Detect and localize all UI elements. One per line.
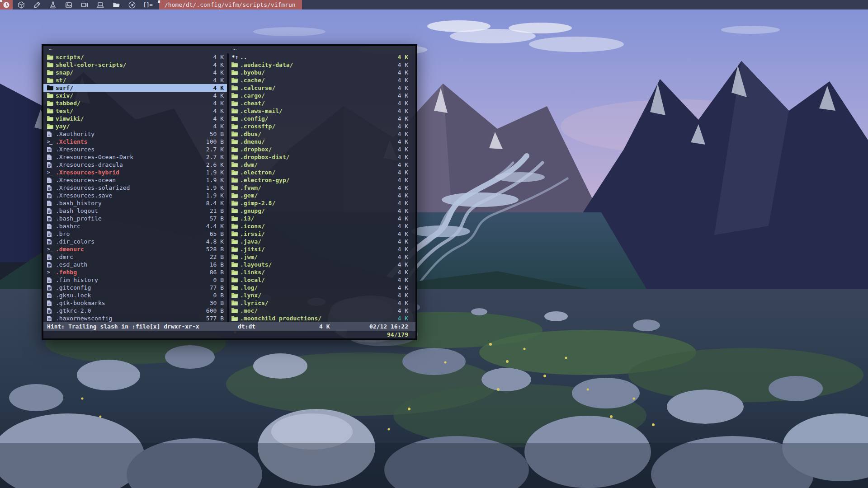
file-row[interactable]: >_ .fehbg 86 B <box>43 268 227 276</box>
file-row[interactable]: .i3/ 4 K <box>229 215 415 222</box>
file-row[interactable]: .gem/ 4 K <box>229 192 415 199</box>
file-row[interactable]: .fvwm/ 4 K <box>229 184 415 192</box>
file-row[interactable]: tabbed/ 4 K <box>43 99 227 107</box>
file-row[interactable]: .Xresources-Ocean-Dark 2.7 K <box>43 153 227 161</box>
file-size: 4 K <box>398 99 408 107</box>
file-row[interactable]: .cargo/ 4 K <box>229 92 415 99</box>
file-row[interactable]: .audacity-data/ 4 K <box>229 61 415 69</box>
file-row[interactable]: vimwiki/ 4 K <box>43 115 227 122</box>
file-row[interactable]: scripts/ 4 K <box>43 53 227 61</box>
file-row[interactable]: .calcurse/ 4 K <box>229 84 415 92</box>
file-row[interactable]: .dmrc 22 B <box>43 253 227 261</box>
image-icon[interactable] <box>65 1 72 9</box>
file-row[interactable]: .Xresources.save 1.9 K <box>43 192 227 199</box>
file-row[interactable]: .gimp-2.8/ 4 K <box>229 199 415 207</box>
file-row[interactable]: .bash_profile 57 B <box>43 215 227 222</box>
file-name: sxiv/ <box>56 92 73 99</box>
file-row[interactable]: .jitsi/ 4 K <box>229 245 415 253</box>
file-row[interactable]: .icons/ 4 K <box>229 222 415 230</box>
file-row[interactable]: .dbus/ 4 K <box>229 130 415 138</box>
clock-icon[interactable] <box>3 1 10 9</box>
file-row[interactable]: .crossftp/ 4 K <box>229 122 415 130</box>
file-row[interactable]: .irssi/ 4 K <box>229 230 415 238</box>
file-row[interactable]: .dmenu/ 4 K <box>229 138 415 145</box>
file-row[interactable]: >_ .Xclients 100 B <box>43 138 227 145</box>
file-row[interactable]: .log/ 4 K <box>229 284 415 291</box>
file-row[interactable]: st/ 4 K <box>43 76 227 84</box>
file-name: .crossftp/ <box>240 122 275 130</box>
file-row[interactable]: .cache/ 4 K <box>229 76 415 84</box>
file-row[interactable]: .Xresources 2.7 K <box>43 145 227 153</box>
file-row[interactable]: .cheat/ 4 K <box>229 99 415 107</box>
file-row[interactable]: yay/ 4 K <box>43 122 227 130</box>
file-row[interactable]: .local/ 4 K <box>229 276 415 284</box>
file-row[interactable]: .claws-mail/ 4 K <box>229 107 415 115</box>
cube-icon[interactable] <box>18 1 25 9</box>
file-size: 4 K <box>398 115 408 122</box>
file-row[interactable]: .electron/ 4 K <box>229 169 415 176</box>
file-row[interactable]: .jwm/ 4 K <box>229 253 415 261</box>
file-row[interactable]: .esd_auth 16 B <box>43 261 227 268</box>
file-row[interactable]: .gnupg/ 4 K <box>229 207 415 215</box>
file-name: .gem/ <box>240 192 258 199</box>
file-name: shell-color-scripts/ <box>56 61 127 69</box>
file-name: .irssi/ <box>240 230 265 238</box>
file-row[interactable]: test/ 4 K <box>43 107 227 115</box>
file-name: .fvwm/ <box>240 184 261 192</box>
file-row[interactable]: *↑ .. 4 K <box>229 53 415 61</box>
file-row[interactable]: .moc/ 4 K <box>229 307 415 314</box>
file-row[interactable]: sxiv/ 4 K <box>43 92 227 99</box>
file-row[interactable]: .dir_colors 4.8 K <box>43 238 227 245</box>
video-camera-icon[interactable] <box>81 1 88 9</box>
file-row[interactable]: .links/ 4 K <box>229 268 415 276</box>
file-row[interactable]: .java/ 4 K <box>229 238 415 245</box>
file-row[interactable]: .gtkrc-2.0 600 B <box>43 307 227 314</box>
file-row[interactable]: .haxornewsconfig 577 B <box>43 314 227 322</box>
file-row[interactable]: .dwm/ 4 K <box>229 161 415 169</box>
file-row[interactable]: .byobu/ 4 K <box>229 69 415 76</box>
file-row[interactable]: .moonchild productions/ 4 K <box>229 314 415 322</box>
file-row[interactable]: surf/ 4 K <box>43 84 227 92</box>
file-row[interactable]: .electron-gyp/ 4 K <box>229 176 415 184</box>
laptop-icon[interactable] <box>97 1 104 9</box>
file-row[interactable]: .bash_logout 21 B <box>43 207 227 215</box>
file-icon <box>47 261 56 268</box>
file-row[interactable]: .Xresources-ocean 1.9 K <box>43 176 227 184</box>
tiling-layout-glyph[interactable]: []= <box>144 1 151 9</box>
paper-plane-icon[interactable] <box>128 1 136 9</box>
file-row[interactable]: .dropbox/ 4 K <box>229 145 415 153</box>
file-row[interactable]: .Xresources-dracula 2.6 K <box>43 161 227 169</box>
file-row[interactable]: .Xresources-solarized 1.9 K <box>43 184 227 192</box>
shell-icon: >_ <box>47 245 56 253</box>
file-row[interactable]: .gitconfig 77 B <box>43 284 227 291</box>
file-size: 57 B <box>210 215 224 222</box>
color-picker-icon[interactable] <box>33 1 41 9</box>
file-row[interactable]: .layouts/ 4 K <box>229 261 415 268</box>
file-row[interactable]: .fim_history 0 B <box>43 276 227 284</box>
file-row[interactable]: .Xauthority 50 B <box>43 130 227 138</box>
file-row[interactable]: .bash_history 8.4 K <box>43 199 227 207</box>
file-row[interactable]: .bashrc 4.4 K <box>43 222 227 230</box>
file-name: .gimp-2.8/ <box>240 199 275 207</box>
file-size: 77 B <box>210 284 224 291</box>
file-icon <box>47 230 56 238</box>
file-row[interactable]: >_ .Xresources-hybrid 1.9 K <box>43 169 227 176</box>
system-tray: []= <box>18 1 151 9</box>
file-row[interactable]: >_ .dmenurc 528 B <box>43 245 227 253</box>
file-size: 528 B <box>206 245 224 253</box>
flask-icon[interactable] <box>49 1 57 9</box>
file-row[interactable]: .bro 65 B <box>43 230 227 238</box>
file-row[interactable]: shell-color-scripts/ 4 K <box>43 61 227 69</box>
file-row[interactable]: .gksu.lock 0 B <box>43 291 227 299</box>
file-row[interactable]: .lynx/ 4 K <box>229 291 415 299</box>
file-row[interactable]: .config/ 4 K <box>229 115 415 122</box>
file-size: 4 K <box>398 169 408 176</box>
file-row[interactable]: snap/ 4 K <box>43 69 227 76</box>
file-icon <box>47 238 56 245</box>
file-row[interactable]: .dropbox-dist/ 4 K <box>229 153 415 161</box>
path-display[interactable]: /home/dt/.config/vifm/scripts/vifmrun <box>159 0 302 9</box>
file-row[interactable]: .lyrics/ 4 K <box>229 299 415 307</box>
folder-icon[interactable] <box>113 1 120 9</box>
file-row[interactable]: .gtk-bookmarks 30 B <box>43 299 227 307</box>
shell-icon: >_ <box>47 169 56 176</box>
